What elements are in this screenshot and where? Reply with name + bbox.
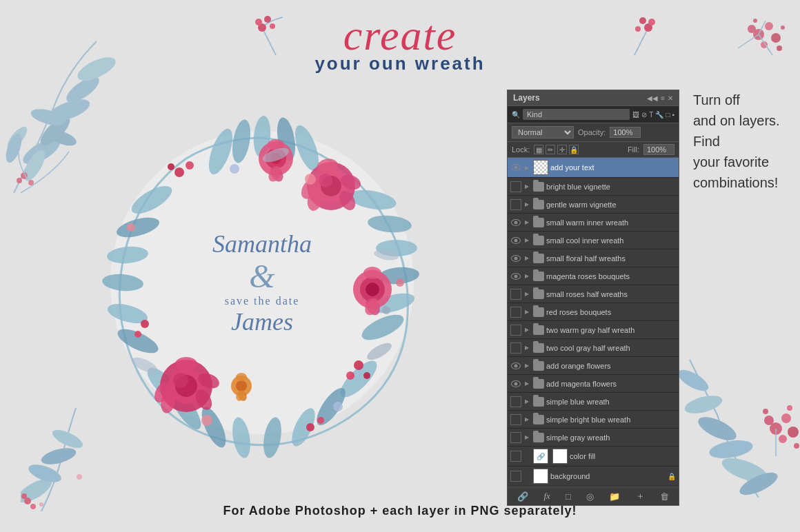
- filter-icon-2[interactable]: ⊘: [641, 111, 647, 119]
- layer-item[interactable]: ▶small cool inner wreath: [508, 232, 679, 249]
- group-icon[interactable]: 📁: [609, 491, 620, 502]
- filter-icon-5[interactable]: □: [666, 111, 670, 119]
- visibility-checkbox[interactable]: [510, 342, 521, 354]
- lock-transparency[interactable]: ▦: [534, 145, 543, 154]
- svg-point-109: [363, 267, 381, 279]
- visibility-checkbox[interactable]: [510, 325, 521, 336]
- layer-item[interactable]: ▶simple gray wreath: [508, 429, 679, 447]
- blend-mode-select[interactable]: Normal Multiply Screen: [512, 126, 574, 139]
- lock-position[interactable]: ✛: [557, 145, 567, 154]
- layer-expand-arrow[interactable]: ▶: [523, 308, 531, 316]
- layer-visibility-toggle[interactable]: [510, 451, 521, 462]
- layer-item[interactable]: ▶two warm gray half wreath: [508, 321, 679, 339]
- visibility-checkbox[interactable]: [510, 307, 521, 318]
- svg-point-130: [127, 223, 135, 232]
- layer-expand-arrow[interactable]: ▶: [523, 201, 531, 209]
- layer-folder-icon: [533, 182, 544, 192]
- fx-icon[interactable]: fx: [543, 491, 550, 502]
- svg-point-124: [236, 373, 247, 381]
- layer-expand-arrow[interactable]: ▶: [523, 218, 531, 227]
- layer-visibility-toggle[interactable]: [510, 396, 521, 407]
- layer-item[interactable]: ▶simple blue wreath: [508, 393, 679, 411]
- layer-item[interactable]: ▶small floral half wreaths: [508, 249, 679, 267]
- layer-visibility-toggle[interactable]: [510, 378, 521, 389]
- menu-icon[interactable]: ≡: [661, 94, 665, 102]
- filter-icon-1[interactable]: 🖼: [632, 111, 639, 119]
- layer-visibility-toggle[interactable]: [510, 307, 521, 318]
- link-icon[interactable]: 🔗: [517, 491, 528, 502]
- layer-item[interactable]: background🔒: [508, 467, 679, 487]
- layer-expand-arrow[interactable]: ▶: [523, 254, 531, 263]
- layer-item[interactable]: ▶gentle warm vignette: [508, 196, 679, 214]
- layer-folder-icon: [533, 254, 544, 263]
- layer-visibility-toggle[interactable]: [510, 235, 521, 246]
- layer-item[interactable]: ▶add magenta flowers: [508, 375, 679, 393]
- layer-item[interactable]: ▶simple bright blue wreath: [508, 411, 679, 429]
- filter-toggle[interactable]: ▪: [672, 111, 674, 119]
- close-icon[interactable]: ✕: [668, 94, 673, 102]
- visibility-checkbox[interactable]: [510, 289, 521, 300]
- layer-expand-arrow[interactable]: ▶: [523, 398, 531, 406]
- layer-visibility-toggle[interactable]: [510, 181, 521, 192]
- layer-visibility-toggle[interactable]: [510, 289, 521, 300]
- layer-item[interactable]: ▶red roses bouquets: [508, 303, 679, 321]
- layer-item[interactable]: ▶add your text: [508, 158, 679, 178]
- layer-item[interactable]: ▶small warm inner wreath: [508, 214, 679, 232]
- layer-item[interactable]: ▶add orange flowers: [508, 357, 679, 375]
- filter-icon-4[interactable]: 🔧: [655, 111, 663, 119]
- layer-expand-arrow[interactable]: ▶: [523, 362, 531, 370]
- layer-visibility-toggle[interactable]: [510, 217, 521, 228]
- lock-all[interactable]: 🔒: [569, 145, 579, 154]
- layer-expand-arrow[interactable]: [523, 452, 531, 460]
- layer-expand-arrow[interactable]: ▶: [523, 183, 531, 191]
- layer-expand-arrow[interactable]: ▶: [523, 416, 531, 424]
- layer-visibility-toggle[interactable]: [510, 432, 521, 443]
- visibility-checkbox[interactable]: [510, 414, 521, 425]
- mask-icon[interactable]: ◎: [586, 491, 594, 502]
- layer-expand-arrow[interactable]: ▶: [523, 163, 531, 172]
- layer-item[interactable]: ▶two cool gray half wreath: [508, 339, 679, 357]
- layer-visibility-toggle[interactable]: [510, 271, 521, 282]
- lock-pixels[interactable]: ✏: [546, 145, 555, 154]
- layer-visibility-toggle[interactable]: [510, 325, 521, 336]
- visibility-checkbox[interactable]: [510, 471, 521, 482]
- layer-expand-arrow[interactable]: ▶: [523, 290, 531, 298]
- turn-off-line5: combinations!: [693, 172, 790, 193]
- filter-icon-3[interactable]: T: [649, 111, 653, 119]
- search-input[interactable]: [523, 109, 630, 120]
- layer-item[interactable]: 🔗color fill: [508, 447, 679, 467]
- opacity-input[interactable]: [610, 127, 641, 138]
- layer-visibility-toggle[interactable]: [510, 162, 521, 173]
- layer-item[interactable]: ▶magenta roses bouquets: [508, 267, 679, 285]
- layer-expand-arrow[interactable]: ▶: [523, 236, 531, 245]
- visibility-checkbox[interactable]: [510, 451, 521, 462]
- svg-point-117: [363, 372, 370, 379]
- adjustment-icon[interactable]: □: [566, 491, 571, 502]
- fill-input[interactable]: [643, 144, 674, 155]
- layer-expand-arrow[interactable]: ▶: [523, 433, 531, 442]
- layer-visibility-toggle[interactable]: [510, 199, 521, 210]
- svg-point-137: [382, 306, 390, 314]
- visibility-checkbox[interactable]: [510, 396, 521, 407]
- visibility-checkbox[interactable]: [510, 199, 521, 210]
- new-layer-icon[interactable]: ＋: [636, 490, 645, 502]
- layer-expand-arrow[interactable]: ▶: [523, 272, 531, 280]
- visibility-checkbox[interactable]: [510, 181, 521, 192]
- layer-visibility-toggle[interactable]: [510, 360, 521, 371]
- layer-visibility-toggle[interactable]: [510, 253, 521, 264]
- layers-search-row: 🔍 🖼 ⊘ T 🔧 □ ▪: [508, 106, 679, 123]
- delete-icon[interactable]: 🗑: [660, 491, 669, 502]
- layer-item[interactable]: ▶bright blue vignette: [508, 178, 679, 196]
- visibility-checkbox[interactable]: [510, 432, 521, 443]
- layer-visibility-toggle[interactable]: [510, 342, 521, 354]
- layer-expand-arrow[interactable]: ▶: [523, 326, 531, 334]
- layer-expand-arrow[interactable]: [523, 472, 531, 480]
- layer-thumbnail-2: [552, 449, 568, 464]
- collapse-icon[interactable]: ◀◀: [647, 94, 658, 102]
- layer-visibility-toggle[interactable]: [510, 414, 521, 425]
- svg-point-121: [134, 331, 141, 338]
- layer-expand-arrow[interactable]: ▶: [523, 344, 531, 352]
- layer-expand-arrow[interactable]: ▶: [523, 380, 531, 388]
- layer-visibility-toggle[interactable]: [510, 471, 521, 482]
- layer-item[interactable]: ▶small roses half wreaths: [508, 285, 679, 303]
